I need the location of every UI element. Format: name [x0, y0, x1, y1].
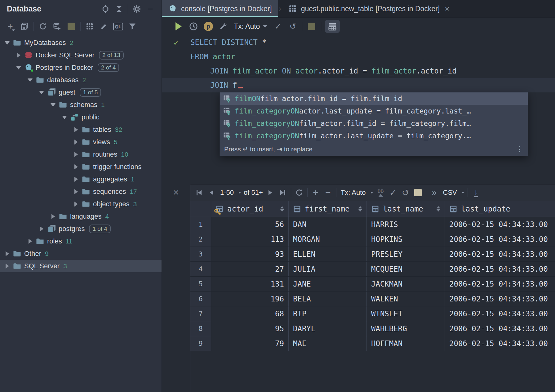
locate-icon[interactable]	[99, 3, 112, 15]
tree-item-guest[interactable]: guest1 of 5	[0, 86, 162, 99]
completion-item[interactable]: film_category ON film_actor.last_update …	[220, 130, 528, 142]
filter-icon[interactable]	[125, 20, 140, 33]
commit-check-icon[interactable]: ✓	[387, 186, 399, 199]
rollback-undo-icon[interactable]: ↺	[285, 20, 300, 33]
row-number[interactable]: 9	[190, 336, 211, 351]
cell-last_update[interactable]: 2006-02-15 04:34:33.00	[445, 277, 555, 291]
chevron-down-icon[interactable]	[15, 66, 23, 69]
completion-item[interactable]: film_category ON actor.last_update = fil…	[220, 105, 528, 117]
chevron-right-icon[interactable]	[15, 53, 23, 58]
duplicate-icon[interactable]	[17, 20, 32, 33]
tree-item-public[interactable]: public	[0, 111, 162, 123]
cell-first_name[interactable]: DAN	[289, 217, 367, 232]
cell-first_name[interactable]: RIP	[289, 306, 367, 321]
row-number[interactable]: 6	[190, 292, 211, 306]
chevron-right-icon[interactable]	[72, 140, 80, 145]
tree-item-languages[interactable]: languages4	[0, 210, 162, 223]
row-number[interactable]: 8	[190, 321, 211, 336]
tree-item-other[interactable]: Other9	[0, 247, 162, 260]
edit-pencil-icon[interactable]	[97, 20, 111, 33]
sort-icon[interactable]	[433, 206, 440, 212]
query-console-icon[interactable]: QL	[111, 20, 125, 33]
chevron-down-icon[interactable]	[26, 78, 34, 82]
completion-item[interactable]: film ON film_actor.film_id = film.film_i…	[220, 92, 528, 105]
tree-item-object-types[interactable]: object types3	[0, 198, 162, 210]
export-format-dropdown[interactable]: CSV	[441, 186, 466, 199]
cell-actor_id[interactable]: 79	[211, 336, 289, 351]
cell-first_name[interactable]: BELA	[289, 292, 367, 306]
close-icon[interactable]: ×	[445, 4, 449, 14]
row-number[interactable]: 2	[190, 232, 211, 247]
database-wrench-icon[interactable]	[50, 20, 64, 33]
in-editor-results-icon[interactable]	[325, 20, 340, 33]
column-header-actor_id[interactable]: actor_id	[211, 201, 289, 217]
tree-item-routines[interactable]: routines10	[0, 148, 162, 161]
chevron-right-icon[interactable]	[72, 127, 80, 132]
chevron-right-icon[interactable]	[38, 226, 46, 231]
cell-first_name[interactable]: ELLEN	[289, 247, 367, 261]
sort-icon[interactable]	[277, 206, 284, 212]
tree-item-postgres-in-docker[interactable]: Postgres in Docker2 of 4	[0, 61, 162, 74]
chevron-right-icon[interactable]	[72, 164, 80, 169]
cell-last_name[interactable]: WAHLBERG	[367, 321, 445, 336]
tree-item-aggregates[interactable]: aggregates1	[0, 173, 162, 185]
delete-row-icon[interactable]: −	[322, 186, 334, 199]
cell-actor_id[interactable]: 196	[211, 292, 289, 306]
cell-last_name[interactable]: HOFFMAN	[367, 336, 445, 351]
settings-gear-icon[interactable]	[130, 3, 144, 15]
commit-check-icon[interactable]: ✓	[270, 20, 285, 33]
tree-item-views[interactable]: views5	[0, 136, 162, 148]
tree-item-schemas[interactable]: schemas1	[0, 99, 162, 111]
tree-item-sequences[interactable]: sequences17	[0, 185, 162, 198]
next-page-icon[interactable]	[264, 186, 277, 199]
last-page-icon[interactable]	[277, 186, 289, 199]
cell-actor_id[interactable]: 131	[211, 277, 289, 291]
chevron-right-icon[interactable]	[26, 239, 34, 244]
cell-last_update[interactable]: 2006-02-15 04:34:33.00	[445, 262, 555, 276]
more-chevrons-icon[interactable]: »	[428, 186, 441, 199]
rollback-undo-icon[interactable]: ↺	[399, 186, 412, 199]
tx-mode-dropdown[interactable]: Tx: Auto	[234, 22, 267, 31]
row-number[interactable]: 1	[190, 217, 211, 232]
hide-icon[interactable]: −	[144, 3, 157, 15]
collapse-all-icon[interactable]	[112, 3, 126, 15]
cell-first_name[interactable]: MAE	[289, 336, 367, 351]
chevron-right-icon[interactable]	[3, 251, 11, 256]
code-line[interactable]: ✓SELECT DISTINCT *	[162, 35, 555, 50]
cell-actor_id[interactable]: 95	[211, 321, 289, 336]
chevron-down-icon[interactable]	[60, 116, 69, 119]
chevron-right-icon[interactable]	[72, 177, 80, 182]
cell-first_name[interactable]: MORGAN	[289, 232, 367, 247]
row-number-header[interactable]	[190, 201, 211, 217]
cell-last_update[interactable]: 2006-02-15 04:34:33.00	[445, 217, 555, 232]
cell-first_name[interactable]: JANE	[289, 277, 367, 291]
cell-first_name[interactable]: DARYL	[289, 321, 367, 336]
code-line[interactable]: FROM actor	[162, 50, 555, 64]
cell-last_name[interactable]: JACKMAN	[367, 277, 445, 291]
tree-item-mydatabases[interactable]: MyDatabases2	[0, 37, 162, 49]
row-number[interactable]: 3	[190, 247, 211, 261]
cell-last_update[interactable]: 2006-02-15 04:34:33.00	[445, 247, 555, 261]
table-icon[interactable]	[82, 20, 97, 33]
postgres-dialect-icon[interactable]: p	[201, 20, 216, 33]
add-icon[interactable]: +	[3, 20, 17, 33]
completion-item[interactable]: film_category ON film_actor.film_id = fi…	[220, 117, 528, 130]
chevron-down-icon[interactable]	[3, 41, 11, 45]
tree-item-postgres[interactable]: postgres1 of 4	[0, 223, 162, 235]
add-row-icon[interactable]: +	[309, 186, 322, 199]
wrench-icon[interactable]	[216, 20, 231, 33]
row-number[interactable]: 7	[190, 306, 211, 321]
row-number[interactable]: 4	[190, 262, 211, 276]
cell-last_update[interactable]: 2006-02-15 04:34:33.00	[445, 292, 555, 306]
cell-last_update[interactable]: 2006-02-15 04:34:33.00	[445, 232, 555, 247]
tree-item-roles[interactable]: roles11	[0, 235, 162, 247]
tree-item-docker-sql-server[interactable]: Docker SQL Server2 of 13	[0, 49, 162, 61]
close-icon[interactable]: ×	[170, 186, 182, 198]
first-page-icon[interactable]	[193, 186, 205, 199]
cell-last_name[interactable]: MCQUEEN	[367, 262, 445, 276]
chevron-right-icon[interactable]	[72, 189, 80, 194]
tree-item-trigger-functions[interactable]: trigger functions	[0, 161, 162, 173]
tab-console[interactable]: console [Postgres in Docker]	[162, 0, 278, 17]
sort-icon[interactable]	[355, 206, 362, 212]
cell-last_name[interactable]: WINSLET	[367, 306, 445, 321]
